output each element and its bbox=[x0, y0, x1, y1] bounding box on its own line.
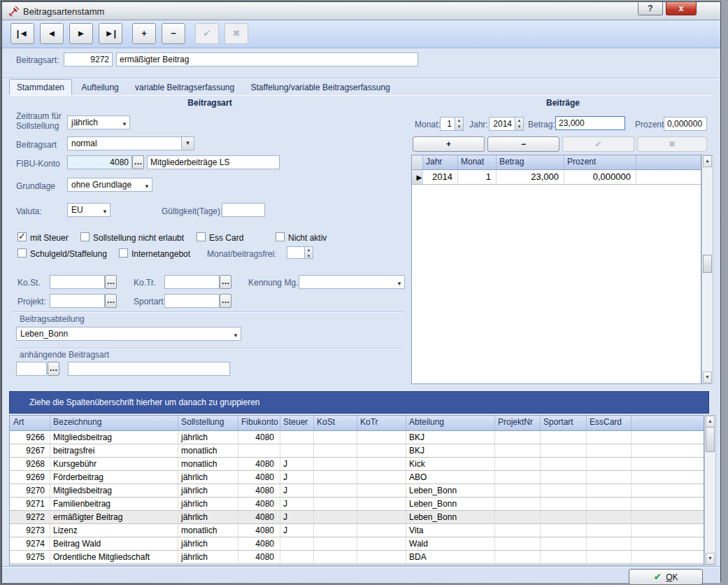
cell-abteilung[interactable]: BKJ bbox=[406, 431, 495, 444]
kost-lookup-button[interactable]: … bbox=[105, 275, 117, 289]
cell-kost[interactable] bbox=[314, 551, 357, 563]
col-kotr[interactable]: KoTr bbox=[357, 416, 406, 430]
col-prozent[interactable]: Prozent bbox=[564, 155, 636, 169]
cell-bezeichnung[interactable]: Mitgliedsbeitrag bbox=[50, 431, 178, 444]
projekt-lookup-button[interactable]: … bbox=[105, 294, 117, 308]
cell-projektnr[interactable] bbox=[495, 444, 541, 457]
cell-abteilung[interactable]: Vita bbox=[406, 524, 495, 537]
cell-abteilung[interactable]: BDA bbox=[406, 564, 495, 565]
beitragsart-row[interactable]: 9273 Lizenz monatlich 4080 J Vita bbox=[10, 524, 704, 537]
jahr-field[interactable] bbox=[489, 117, 515, 131]
projekt-field[interactable] bbox=[50, 294, 105, 308]
cell-sollstellung[interactable]: jährlich bbox=[178, 537, 238, 550]
prozent-field[interactable] bbox=[664, 117, 707, 131]
help-button[interactable]: ? bbox=[638, 2, 663, 15]
zeitraum-combobox[interactable]: jährlich ▼ bbox=[67, 115, 130, 129]
cell-projektnr[interactable] bbox=[495, 471, 541, 484]
monat-field[interactable] bbox=[440, 117, 455, 131]
col-sollstellung[interactable]: Sollstellung bbox=[178, 416, 238, 430]
cell-art[interactable]: 9274 bbox=[10, 537, 50, 550]
chevron-down-icon[interactable]: ▼ bbox=[233, 330, 238, 342]
col-fibukonto[interactable]: Fibukonto bbox=[238, 416, 280, 430]
scrollbar-thumb[interactable] bbox=[706, 427, 715, 452]
cell-fibukonto[interactable]: 4080 bbox=[238, 511, 280, 523]
beitragsart-row[interactable]: 9266 Mitgliedsbeitrag jährlich 4080 BKJ bbox=[10, 431, 704, 444]
cell-sollstellung[interactable]: jährlich bbox=[178, 498, 238, 510]
scrollbar-thumb[interactable] bbox=[703, 255, 712, 273]
cell-fibukonto[interactable]: 4080 bbox=[238, 498, 280, 510]
cell-bezeichnung[interactable]: Familienbeitrag bbox=[50, 498, 178, 510]
fibu-konto-field[interactable] bbox=[67, 155, 132, 169]
spin-up-icon[interactable]: ▲ bbox=[455, 118, 463, 124]
cell-sollstellung[interactable]: jährlich bbox=[178, 471, 238, 484]
cell-bezeichnung[interactable]: Ordentliche Mitgliedschaft 1. Beitrag bbox=[50, 564, 178, 565]
cell-kost[interactable] bbox=[314, 511, 357, 523]
cell-bezeichnung[interactable]: Ordentliche Mitgliedschaft bbox=[50, 551, 178, 563]
beitragsabteilung-combobox[interactable]: Leben_Bonn ▼ bbox=[16, 327, 241, 341]
title-bar[interactable]: Beitragsartenstamm ? x bbox=[2, 2, 720, 20]
cell-esscard[interactable] bbox=[587, 551, 631, 563]
anhaengende-beitragsart-lookup-button[interactable]: … bbox=[48, 362, 59, 376]
cell-bezeichnung[interactable]: Mitgliedsbeitrag bbox=[50, 484, 178, 497]
col-bezeichnung[interactable]: Bezeichnung bbox=[50, 416, 178, 430]
cell-fibukonto[interactable]: 4080 bbox=[238, 431, 280, 444]
cell-sportart[interactable] bbox=[541, 471, 587, 484]
cell-abteilung[interactable]: BKJ bbox=[406, 444, 495, 457]
cell-abteilung[interactable]: Kick bbox=[406, 458, 495, 470]
gueltigkeit-field[interactable] bbox=[222, 203, 265, 217]
cell-art[interactable]: 9269 bbox=[10, 471, 50, 484]
cell-betrag[interactable]: 23,000 bbox=[497, 170, 564, 184]
col-monat[interactable]: Monat bbox=[458, 155, 497, 169]
cell-bezeichnung[interactable]: Beitrag Wald bbox=[50, 537, 178, 550]
cell-esscard[interactable] bbox=[587, 537, 631, 550]
cell-projektnr[interactable] bbox=[495, 524, 541, 537]
beitraege-grid-scrollbar[interactable]: ▲ ▼ bbox=[701, 155, 713, 384]
cell-sollstellung[interactable]: monatlich bbox=[178, 444, 238, 457]
beitragsart-row[interactable]: 9276 Ordentliche Mitgliedschaft 1. Beitr… bbox=[10, 564, 704, 565]
kotr-lookup-button[interactable]: … bbox=[220, 275, 231, 289]
cell-sportart[interactable] bbox=[541, 511, 587, 523]
beitragsart-row[interactable]: 9272 ermäßigter Beitrag jährlich 4080 J … bbox=[10, 511, 704, 524]
cell-sollstellung[interactable]: jährlich bbox=[178, 511, 238, 523]
cell-abteilung[interactable]: Leben_Bonn bbox=[406, 511, 495, 523]
cell-kost[interactable] bbox=[314, 564, 357, 565]
col-kost[interactable]: KoSt bbox=[314, 416, 357, 430]
cell-steuer[interactable] bbox=[280, 551, 314, 563]
cell-art[interactable]: 9273 bbox=[10, 524, 50, 537]
cell-bezeichnung[interactable]: ermäßigter Beitrag bbox=[50, 511, 178, 523]
delete-record-button[interactable]: − bbox=[162, 23, 185, 44]
cell-fibukonto[interactable]: 4080 bbox=[238, 564, 280, 565]
spin-up-icon[interactable]: ▲ bbox=[515, 118, 523, 124]
cell-art[interactable]: 9272 bbox=[10, 511, 50, 523]
cell-steuer[interactable]: J bbox=[280, 524, 314, 537]
kost-field[interactable] bbox=[50, 275, 105, 289]
cell-sollstellung[interactable]: monatlich bbox=[178, 458, 238, 470]
kennung-mg-combobox[interactable]: ▼ bbox=[299, 275, 405, 289]
cell-projektnr[interactable] bbox=[495, 484, 541, 497]
cell-sollstellung[interactable]: jährlich bbox=[178, 431, 238, 444]
beitragsart-row[interactable]: 9275 Ordentliche Mitgliedschaft jährlich… bbox=[10, 551, 704, 564]
cell-kotr[interactable] bbox=[357, 471, 406, 484]
fibu-konto-name-field[interactable] bbox=[147, 155, 280, 169]
tab-variable-beitragserfassung[interactable]: variable Beitragserfassung bbox=[128, 80, 241, 94]
anhaengende-beitragsart-nr-field[interactable] bbox=[16, 362, 47, 376]
cell-esscard[interactable] bbox=[587, 471, 631, 484]
kotr-field[interactable] bbox=[164, 275, 220, 289]
prior-record-button[interactable]: ◄ bbox=[40, 23, 64, 44]
cell-kotr[interactable] bbox=[357, 564, 406, 565]
scroll-down-icon[interactable]: ▼ bbox=[703, 372, 712, 383]
col-projektnr[interactable]: ProjektNr bbox=[495, 416, 541, 430]
cell-kotr[interactable] bbox=[357, 498, 406, 510]
col-abteilung[interactable]: Abteilung bbox=[406, 416, 495, 430]
cell-abteilung[interactable]: ABO bbox=[406, 471, 495, 484]
scroll-up-icon[interactable]: ▲ bbox=[703, 155, 712, 167]
chevron-down-icon[interactable]: ▼ bbox=[181, 137, 194, 150]
cell-sollstellung[interactable]: jährlich bbox=[178, 484, 238, 497]
chevron-down-icon[interactable]: ▼ bbox=[144, 181, 150, 193]
cell-abteilung[interactable]: Wald bbox=[406, 537, 495, 550]
cell-esscard[interactable] bbox=[587, 524, 631, 537]
beitraege-row[interactable]: ► 2014 1 23,000 0,000000 bbox=[412, 170, 701, 185]
monat-stepper[interactable]: ▲▼ bbox=[455, 117, 464, 131]
tab-staffelung[interactable]: Staffelung/variable Beitragserfassung bbox=[244, 80, 397, 94]
sollstellung-nicht-erlaubt-checkbox[interactable] bbox=[80, 232, 90, 241]
